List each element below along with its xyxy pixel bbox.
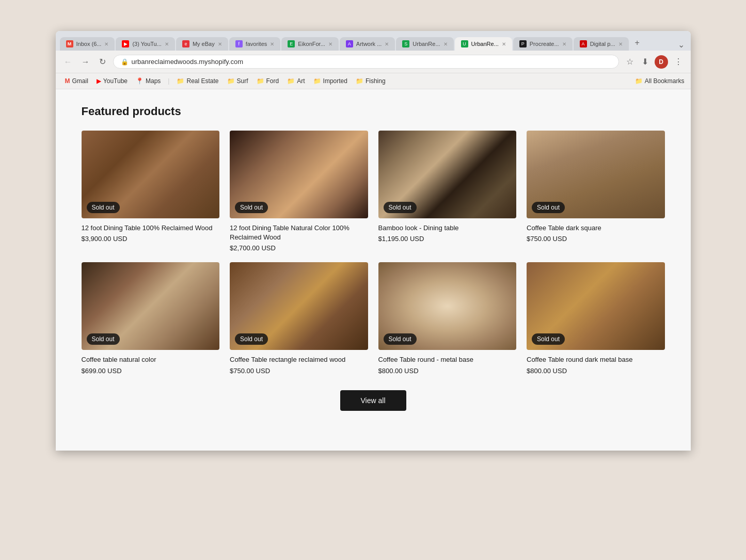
art-icon: 📁	[287, 77, 295, 85]
bookmark-art[interactable]: 📁 Art	[284, 76, 308, 86]
view-all-wrapper: View all	[82, 390, 665, 411]
fishing-icon: 📁	[356, 77, 363, 85]
tab-list-button[interactable]: ⌄	[676, 39, 687, 51]
tab-urbanre2[interactable]: U UrbanRe... ✕	[455, 37, 512, 51]
tab-procreate[interactable]: P Procreate... ✕	[513, 37, 573, 51]
tab-youtube[interactable]: ▶ (3) YouTu... ✕	[116, 37, 174, 51]
bookmarks-bar: M Gmail ▶ YouTube 📍 Maps | 📁 Real Estate…	[56, 73, 691, 89]
product-price-p6: $750.00 USD	[230, 367, 368, 375]
product-price-p3: $1,195.00 USD	[378, 235, 517, 243]
section-title: Featured products	[82, 105, 665, 118]
tab-gmail-label: Inbox (6...	[76, 41, 102, 47]
bookmark-youtube[interactable]: ▶ YouTube	[93, 76, 131, 86]
tab-ebay-label: My eBay	[193, 41, 215, 47]
save-button[interactable]: ⬇	[640, 56, 650, 68]
product-card-p5[interactable]: Sold out Coffee table natural color $699…	[82, 262, 220, 374]
bookmark-art-label: Art	[297, 77, 305, 85]
bookmark-ford[interactable]: 📁 Ford	[253, 76, 282, 86]
product-name-p5: Coffee table natural color	[82, 355, 220, 364]
product-name-p8: Coffee Table round dark metal base	[527, 355, 665, 364]
bookmark-realestate-label: Real Estate	[186, 77, 218, 85]
product-card-p8[interactable]: Sold out Coffee Table round dark metal b…	[527, 262, 665, 374]
product-card-p6[interactable]: Sold out Coffee Table rectangle reclaime…	[230, 262, 368, 374]
back-button[interactable]: ←	[62, 56, 74, 68]
bookmark-youtube-label: YouTube	[103, 77, 128, 85]
tab-eikon[interactable]: E EikonFor... ✕	[281, 37, 339, 51]
product-image-wrapper-p5: Sold out	[82, 262, 220, 350]
bookmark-ford-label: Ford	[266, 77, 279, 85]
product-card-p7[interactable]: Sold out Coffee Table round - metal base…	[378, 262, 517, 374]
product-card-p2[interactable]: Sold out 12 foot Dining Table Natural Co…	[230, 131, 368, 252]
product-name-p6: Coffee Table rectangle reclaimed wood	[230, 355, 368, 364]
tab-digitalp[interactable]: A Digital p... ✕	[574, 37, 629, 51]
bookmark-maps-label: Maps	[146, 77, 161, 85]
tab-youtube-close[interactable]: ✕	[165, 41, 169, 47]
tab-eikon-close[interactable]: ✕	[328, 41, 332, 47]
address-bar-row: ← → ↻ 🔒 urbanreclaimedwoods.myshopify.co…	[56, 51, 691, 73]
profile-button[interactable]: D	[655, 55, 668, 69]
tab-artwork[interactable]: A Artwork ... ✕	[340, 37, 395, 51]
sold-out-badge-p3: Sold out	[384, 202, 417, 213]
bookmark-imported[interactable]: 📁 Imported	[310, 76, 351, 86]
bookmark-imported-label: Imported	[323, 77, 347, 85]
lock-icon: 🔒	[121, 58, 129, 66]
all-bookmarks-label: All Bookmarks	[645, 77, 685, 85]
sold-out-badge-p1: Sold out	[87, 202, 120, 213]
sold-out-badge-p8: Sold out	[532, 333, 565, 345]
youtube-bookmark-icon: ▶	[97, 77, 101, 85]
bookmark-gmail[interactable]: M Gmail	[62, 76, 91, 86]
product-name-p4: Coffee Table dark square	[527, 223, 665, 233]
bookmark-star-button[interactable]: ☆	[624, 56, 636, 68]
bookmarks-folder-icon: 📁	[635, 77, 643, 85]
product-card-p3[interactable]: Sold out Bamboo look - Dining table $1,1…	[378, 131, 517, 252]
product-image-wrapper-p1: Sold out	[82, 131, 220, 218]
tab-gmail[interactable]: M Inbox (6... ✕	[60, 37, 115, 51]
product-price-p5: $699.00 USD	[82, 367, 220, 375]
bookmark-gmail-label: Gmail	[72, 77, 88, 85]
tab-digitalp-label: Digital p...	[590, 41, 615, 47]
tab-urbanre1[interactable]: S UrbanRe... ✕	[396, 37, 453, 51]
tab-urbanre1-close[interactable]: ✕	[443, 41, 448, 47]
tab-digitalp-close[interactable]: ✕	[618, 41, 623, 47]
tab-urbanre2-label: UrbanRe...	[471, 41, 499, 47]
view-all-button[interactable]: View all	[340, 390, 406, 411]
favorites-favicon: f	[235, 40, 243, 47]
browser-window: M Inbox (6... ✕ ▶ (3) YouTu... ✕ e My eB…	[56, 31, 691, 451]
product-card-p4[interactable]: Sold out Coffee Table dark square $750.0…	[527, 131, 665, 252]
product-image-wrapper-p8: Sold out	[527, 262, 665, 350]
tab-ebay-close[interactable]: ✕	[218, 41, 222, 47]
tab-artwork-label: Artwork ...	[356, 41, 382, 47]
bookmark-surf-label: Surf	[237, 77, 248, 85]
bookmark-fishing-label: Fishing	[366, 77, 386, 85]
tab-ebay[interactable]: e My eBay ✕	[176, 37, 228, 51]
menu-button[interactable]: ⋮	[672, 56, 685, 68]
sold-out-badge-p4: Sold out	[532, 202, 565, 213]
address-bar-actions: ☆ ⬇ D ⋮	[624, 55, 685, 69]
tab-urbanre2-close[interactable]: ✕	[502, 41, 506, 47]
urbanre1-favicon: S	[402, 40, 409, 47]
tab-favorites-close[interactable]: ✕	[270, 41, 274, 47]
bookmark-surf[interactable]: 📁 Surf	[224, 76, 251, 86]
product-card-p1[interactable]: Sold out 12 foot Dining Table 100% Recla…	[82, 131, 220, 252]
bookmark-maps[interactable]: 📍 Maps	[133, 76, 164, 86]
tab-artwork-close[interactable]: ✕	[385, 41, 389, 47]
tab-procreate-close[interactable]: ✕	[562, 41, 566, 47]
tab-youtube-label: (3) YouTu...	[132, 41, 161, 47]
bookmark-fishing[interactable]: 📁 Fishing	[353, 76, 389, 86]
tab-gmail-close[interactable]: ✕	[104, 41, 108, 47]
bookmark-realestate[interactable]: 📁 Real Estate	[173, 76, 221, 86]
reload-button[interactable]: ↻	[97, 56, 108, 68]
product-name-p7: Coffee Table round - metal base	[378, 355, 517, 364]
all-bookmarks[interactable]: 📁 All Bookmarks	[635, 77, 685, 85]
product-image-wrapper-p7: Sold out	[378, 262, 517, 350]
product-name-p1: 12 foot Dining Table 100% Reclaimed Wood	[82, 223, 220, 233]
tab-eikon-label: EikonFor...	[298, 41, 325, 47]
forward-button[interactable]: →	[80, 56, 92, 68]
ford-icon: 📁	[257, 77, 264, 85]
bookmark-separator-1: |	[168, 77, 169, 85]
address-bar[interactable]: 🔒 urbanreclaimedwoods.myshopify.com	[113, 55, 619, 69]
new-tab-button[interactable]: +	[630, 35, 645, 51]
tab-urbanre1-label: UrbanRe...	[412, 41, 440, 47]
product-image-wrapper-p6: Sold out	[230, 262, 368, 350]
tab-favorites[interactable]: f favorites ✕	[229, 37, 281, 51]
